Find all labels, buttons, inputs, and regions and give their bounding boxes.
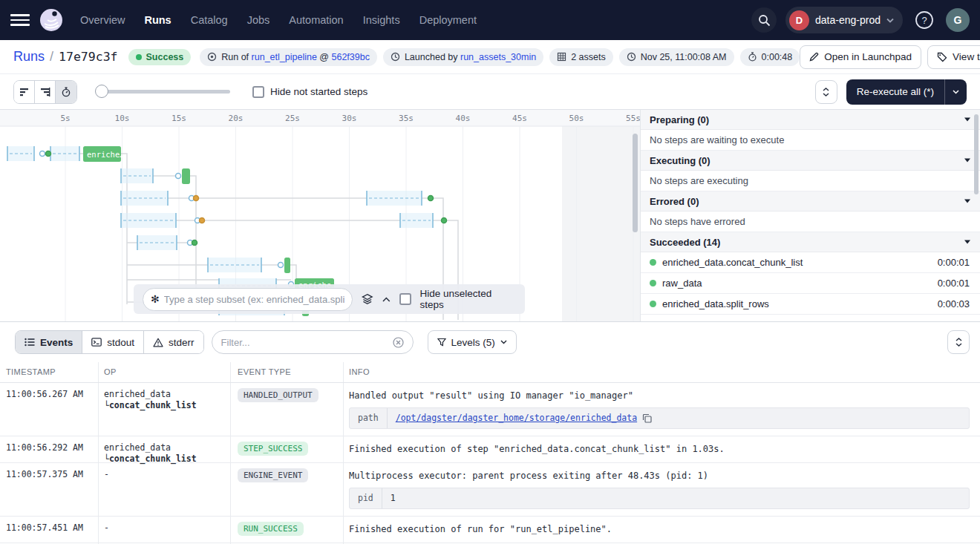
- event-log-row[interactable]: 11:00:57.375 AM - ENGINE_EVENT Multiproc…: [0, 463, 980, 517]
- event-type-badge: STEP_SUCCESS: [238, 441, 308, 456]
- open-in-launchpad-button[interactable]: Open in Launchpad: [800, 45, 921, 69]
- step-status-panel: Preparing (0)No steps are waiting to exe…: [640, 110, 980, 321]
- clear-filter-icon[interactable]: [393, 337, 404, 348]
- step-duration: 0:00:01: [938, 257, 970, 268]
- step-section-header[interactable]: Succeeded (14): [641, 232, 980, 252]
- nav-item-automation[interactable]: Automation: [289, 14, 343, 26]
- event-timestamp[interactable]: 11:00:57.375 AM: [6, 469, 83, 479]
- user-avatar[interactable]: G: [946, 8, 970, 32]
- panel-expand-collapse-button[interactable]: [815, 80, 837, 104]
- chevron-down-icon: [500, 340, 507, 344]
- event-timestamp[interactable]: 11:00:56.267 AM: [6, 389, 83, 399]
- reexecute-all-button[interactable]: Re-execute all (*): [846, 79, 967, 105]
- tab-stdout[interactable]: stdout: [82, 331, 144, 353]
- copy-icon[interactable]: [642, 413, 652, 423]
- panel-scrollbar[interactable]: [974, 114, 979, 194]
- nav-item-runs[interactable]: Runs: [144, 14, 171, 26]
- svg-text:20s: 20s: [229, 114, 244, 123]
- breadcrumb-separator: /: [50, 49, 53, 65]
- step-subset-input-wrap[interactable]: ✻: [143, 288, 353, 311]
- gantt-zoom-slider[interactable]: [97, 90, 230, 94]
- assets-icon: [557, 52, 566, 62]
- path-link[interactable]: /opt/dagster/dagster_home/storage/enrich…: [396, 412, 637, 425]
- svg-text:30s: 30s: [342, 114, 357, 123]
- event-timestamp[interactable]: 11:00:57.451 AM: [6, 522, 83, 533]
- step-subset-input[interactable]: [164, 294, 344, 305]
- nav-item-insights[interactable]: Insights: [363, 14, 400, 26]
- run-id: 17e79c3f: [59, 50, 117, 64]
- col-event-type: EVENT TYPE: [238, 367, 291, 376]
- workspace-avatar: D: [789, 10, 809, 30]
- gantt-chart[interactable]: 5s10s15s20s25s30s35s40s45s50s55senriche……: [0, 110, 640, 321]
- step-subset-overlay: ✻ Hide unselected steps: [134, 284, 525, 314]
- event-log-row[interactable]: 11:00:56.267 AM enriched_data└concat_chu…: [0, 383, 980, 436]
- run-header: Runs / 17e79c3f Success Run of run_etl_p…: [0, 40, 980, 74]
- success-dot-icon: [650, 259, 656, 266]
- view-waterfall-gantt-button[interactable]: [35, 81, 56, 103]
- tag-link[interactable]: run_etl_pipeline: [252, 52, 317, 62]
- nav-item-jobs[interactable]: Jobs: [247, 14, 270, 26]
- run-tag[interactable]: Nov 25, 11:00:08 AM: [619, 48, 734, 66]
- step-section-header[interactable]: Executing (0): [641, 151, 980, 171]
- hamburger-menu-icon[interactable]: [10, 10, 30, 30]
- filter-input[interactable]: [221, 337, 387, 348]
- nav-item-overview[interactable]: Overview: [80, 14, 125, 26]
- hide-not-started-label: Hide not started steps: [270, 86, 368, 97]
- event-log-table: TIMESTAMP OP EVENT TYPE INFO 11:00:56.26…: [0, 362, 980, 544]
- reexecute-dropdown-button[interactable]: [944, 79, 967, 105]
- caret-down-icon: [964, 240, 971, 244]
- run-tag[interactable]: Run of run_etl_pipeline @ 562f39bc: [200, 48, 377, 66]
- breadcrumb-runs-link[interactable]: Runs: [13, 49, 45, 65]
- collapse-caret-icon[interactable]: [382, 297, 391, 302]
- step-row[interactable]: enriched_data.split_rows0:00:03: [641, 294, 980, 315]
- step-section-header[interactable]: Preparing (0): [641, 110, 980, 130]
- log-sort-button[interactable]: [947, 330, 970, 354]
- col-timestamp: TIMESTAMP: [6, 367, 56, 376]
- zoom-slider-knob[interactable]: [95, 85, 108, 98]
- event-info: Finished execution of run for "run_etl_p…: [349, 522, 970, 536]
- workspace-switcher[interactable]: D data-eng-prod: [785, 7, 903, 33]
- event-info: Handled output "result" using IO manager…: [349, 388, 970, 429]
- event-log-row[interactable]: 11:00:56.292 AM enriched_data└concat_chu…: [0, 436, 980, 463]
- nav-item-catalog[interactable]: Catalog: [191, 14, 228, 26]
- event-log-row[interactable]: 11:00:57.451 AM - RUN_SUCCESS Finished e…: [0, 517, 980, 543]
- layers-icon[interactable]: [362, 293, 373, 305]
- svg-text:5s: 5s: [60, 114, 70, 123]
- help-icon[interactable]: ?: [912, 7, 937, 33]
- tab-stderr[interactable]: stderr: [144, 331, 203, 353]
- step-section-header[interactable]: Errored (0): [641, 191, 980, 212]
- metadata-entry: path/opt/dagster/dagster_home/storage/en…: [349, 407, 970, 429]
- event-type-badge: RUN_SUCCESS: [238, 521, 304, 536]
- run-tag[interactable]: 2 assets: [549, 48, 613, 66]
- hide-not-started-checkbox[interactable]: [252, 86, 264, 98]
- levels-filter-button[interactable]: Levels (5): [428, 330, 517, 354]
- hide-unselected-checkbox[interactable]: [399, 293, 411, 305]
- run-icon: [207, 52, 217, 62]
- filter-input-wrap[interactable]: [212, 330, 414, 354]
- event-info: Finished execution of step "enriched_dat…: [349, 442, 970, 456]
- tab-Events[interactable]: Events: [16, 331, 82, 353]
- nav-item-deployment[interactable]: Deployment: [419, 14, 477, 26]
- run-tag[interactable]: Launched by run_assets_30min: [383, 48, 543, 66]
- tag-link[interactable]: run_assets_30min: [460, 52, 536, 62]
- run-tags: Run of run_etl_pipeline @ 562f39bcLaunch…: [200, 48, 800, 66]
- tag-link[interactable]: 562f39bc: [331, 52, 369, 62]
- view-tags-config-button[interactable]: View tags and config: [927, 45, 980, 69]
- section-label: Executing (0): [650, 155, 710, 166]
- col-op: OP: [104, 367, 117, 376]
- gantt-toolbar: Hide not started steps Re-execute all (*…: [0, 74, 980, 110]
- pencil-icon: [809, 52, 819, 62]
- step-row[interactable]: raw_data0:00:01: [641, 273, 980, 294]
- step-row[interactable]: enriched_data.process_chunk [1]0:00:01: [641, 315, 980, 321]
- search-icon[interactable]: [751, 7, 777, 33]
- view-timed-gantt-button[interactable]: [56, 81, 76, 103]
- metadata-key: pid: [350, 488, 382, 508]
- caret-down-icon: [964, 117, 971, 122]
- dagster-logo[interactable]: [39, 7, 64, 33]
- run-tag[interactable]: 0:00:48: [740, 48, 800, 66]
- view-flat-gantt-button[interactable]: [14, 81, 35, 103]
- step-row[interactable]: enriched_data.concat_chunk_list0:00:01: [641, 252, 980, 273]
- event-op: enriched_data└concat_chunk_list: [104, 389, 197, 411]
- svg-text:45s: 45s: [512, 114, 527, 123]
- event-timestamp[interactable]: 11:00:56.292 AM: [6, 442, 83, 453]
